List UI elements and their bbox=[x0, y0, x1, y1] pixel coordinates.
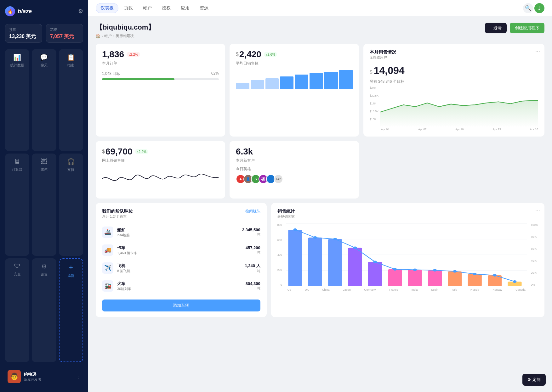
user-menu-icon[interactable]: ⋮ bbox=[76, 374, 81, 380]
fleet-plane-value: 1,240 人 吨 bbox=[245, 263, 260, 273]
svg-point-26 bbox=[473, 273, 477, 275]
nav-chat[interactable]: 💬 聊天 bbox=[32, 49, 56, 151]
tab-dashboard[interactable]: 仪表板 bbox=[96, 3, 118, 13]
sales-stats-subtitle: 最畅销国家 bbox=[277, 214, 538, 219]
fleet-train-info: 火车 36路列车 bbox=[117, 281, 242, 291]
svg-rect-13 bbox=[448, 272, 462, 287]
new-customers-label: 本月新客户 bbox=[236, 158, 353, 163]
customize-button[interactable]: ⚙ 定制 bbox=[522, 374, 546, 386]
add-vehicle-button[interactable]: 添加车辆 bbox=[102, 300, 260, 311]
y-label-5: $10K bbox=[370, 118, 379, 121]
heroes-label: 今日英雄 bbox=[236, 166, 353, 172]
bar-2 bbox=[251, 80, 264, 89]
fleet-truck-name: 卡车 bbox=[117, 245, 242, 251]
svg-point-20 bbox=[353, 247, 357, 249]
invite-button[interactable]: + 邀请 bbox=[485, 23, 507, 33]
nav-settings-label: 设置 bbox=[41, 272, 48, 277]
fleet-item-train: 🚂 火车 36路列车 804,300 吨 bbox=[102, 277, 260, 295]
page-title: 【biqubiqu.com】 bbox=[96, 23, 155, 32]
fleet-link[interactable]: 检阅舰队 bbox=[245, 209, 260, 214]
y-axis-right: 100% 80% 60% 40% 20% 0% bbox=[530, 223, 538, 286]
svg-rect-6 bbox=[308, 238, 322, 286]
nav-add[interactable]: + 添新 bbox=[59, 258, 83, 362]
sidebar-settings-icon[interactable]: ⚙ bbox=[78, 8, 83, 15]
nav-security-label: 安全 bbox=[14, 272, 21, 277]
fleet-truck-count: 1,460 辆卡车 bbox=[117, 251, 242, 255]
sales-stats-menu-icon[interactable]: ··· bbox=[535, 207, 540, 214]
nav-stats[interactable]: 📊 统计数据 bbox=[5, 49, 29, 151]
progress-bar bbox=[102, 78, 219, 80]
page-header: 【biqubiqu.com】 🏠 › 帐户 › 奥弗维耶夫 + 邀请 创建应用程… bbox=[96, 23, 544, 39]
total-sales-label: 网上总销售额 bbox=[102, 158, 219, 163]
fleet-card: 我们的船队吨位 总计 1,247 辆车 检阅舰队 🚢 船舶 234艘船 2,34… bbox=[96, 203, 267, 317]
breadcrumb-sub: 奥弗维耶夫 bbox=[116, 33, 134, 39]
breadcrumb-account: 帐户 bbox=[104, 33, 112, 39]
fleet-truck-value: 457,200 吨 bbox=[246, 245, 260, 255]
y-label-2: $20.5K bbox=[370, 94, 379, 97]
progress-target: 1,048 目标 bbox=[102, 71, 120, 76]
calc-icon: 🖩 bbox=[14, 158, 20, 165]
nav-grid: 📊 统计数据 💬 聊天 📋 指南 🖩 计算器 🖼 媒体 🎧 支持 🛡 安全 ⚙ bbox=[5, 49, 83, 362]
breadcrumb: 🏠 › 帐户 › 奥弗维耶夫 bbox=[96, 33, 155, 39]
media-icon: 🖼 bbox=[41, 158, 47, 165]
svg-rect-8 bbox=[348, 248, 362, 287]
nav-add-label: 添新 bbox=[67, 273, 74, 278]
logo-text: blaze bbox=[18, 8, 32, 15]
fleet-plane-count: 8 架飞机 bbox=[117, 269, 241, 273]
y-label-4: $13.5K bbox=[370, 110, 379, 113]
tab-apps[interactable]: 应用 bbox=[176, 3, 194, 13]
card-menu-icon[interactable]: ··· bbox=[535, 48, 540, 55]
x-label-5: Apr 16 bbox=[530, 128, 538, 131]
nav-security[interactable]: 🛡 安全 bbox=[5, 258, 29, 362]
fleet-title-section: 我们的船队吨位 总计 1,247 辆车 bbox=[102, 209, 133, 219]
orders-card: 1,836 ↓2.2% 本月订单 1,048 目标 62% bbox=[96, 44, 225, 137]
bar-4 bbox=[280, 76, 293, 89]
x-italy: Italy bbox=[452, 288, 457, 291]
nav-media[interactable]: 🖼 媒体 bbox=[32, 154, 56, 255]
main-area: 仪表板 页数 帐户 授权 应用 资源 🔍 J 【biqubiqu.com】 🏠 … bbox=[88, 0, 552, 392]
create-app-button[interactable]: 创建应用程序 bbox=[510, 23, 544, 33]
fleet-plane-info: 飞机 8 架飞机 bbox=[117, 263, 241, 273]
page-title-section: 【biqubiqu.com】 🏠 › 帐户 › 奥弗维耶夫 bbox=[96, 23, 155, 39]
x-norway: Norway bbox=[492, 288, 502, 291]
avg-sales-value: 2,420 bbox=[239, 49, 261, 59]
guide-icon: 📋 bbox=[67, 53, 75, 61]
fleet-plane-unit: 吨 bbox=[245, 269, 260, 273]
tab-auth[interactable]: 授权 bbox=[157, 3, 175, 13]
budget-value: 13,230 美元 bbox=[9, 33, 38, 39]
nav-support-label: 支持 bbox=[67, 167, 74, 172]
sidebar: 🔥 blaze ⚙ 预算 13,230 美元 花费 7,057 美元 📊 统计数… bbox=[0, 0, 88, 392]
svg-rect-11 bbox=[408, 270, 422, 287]
x-france: France bbox=[389, 288, 398, 291]
fleet-ship-count: 234艘船 bbox=[117, 233, 238, 238]
search-icon[interactable]: 🔍 bbox=[523, 3, 533, 13]
fleet-train-name: 火车 bbox=[117, 281, 242, 287]
budget-card: 预算 13,230 美元 bbox=[5, 24, 42, 43]
fleet-train-num: 804,300 bbox=[246, 281, 260, 286]
avatar: 👨 bbox=[8, 370, 21, 383]
monthly-sales-card: ··· 本月销售情况 全渠道用户 $ 14,094 另有 $48,346 至目标… bbox=[363, 44, 544, 137]
nav-guide[interactable]: 📋 指南 bbox=[59, 49, 83, 151]
total-sales-badge: ↑2.2% bbox=[135, 149, 149, 154]
user-name: 约翰逊 bbox=[24, 372, 72, 377]
truck-icon: 🚚 bbox=[102, 244, 113, 256]
orders-label: 本月订单 bbox=[102, 61, 219, 66]
avg-sales-card: $ 2,420 ↑2.6% 平均日销售额 bbox=[230, 44, 359, 137]
nav-guide-label: 指南 bbox=[67, 63, 74, 68]
sales-stats-card: ··· 销售统计 最畅销国家 800 600 400 200 0 bbox=[271, 203, 544, 317]
nav-settings[interactable]: ⚙ 设置 bbox=[32, 258, 56, 362]
tab-pages[interactable]: 页数 bbox=[120, 3, 137, 13]
tab-account[interactable]: 帐户 bbox=[139, 3, 156, 13]
bottom-row: 我们的船队吨位 总计 1,247 辆车 检阅舰队 🚢 船舶 234艘船 2,34… bbox=[96, 203, 544, 317]
nav-calc[interactable]: 🖩 计算器 bbox=[5, 154, 29, 255]
user-topnav-avatar[interactable]: J bbox=[534, 3, 544, 13]
tab-resources[interactable]: 资源 bbox=[195, 3, 213, 13]
nav-support[interactable]: 🎧 支持 bbox=[59, 154, 83, 255]
new-customers-card: 6.3k 本月新客户 今日英雄 A 👤 S 碾 👤 +42 bbox=[230, 141, 359, 199]
sales-line-chart bbox=[380, 86, 538, 127]
svg-point-24 bbox=[433, 269, 437, 272]
page-actions: + 邀请 创建应用程序 bbox=[485, 23, 544, 33]
monthly-sales-subtitle: 全渠道用户 bbox=[370, 55, 538, 60]
svg-point-28 bbox=[513, 280, 516, 283]
x-us: US bbox=[287, 288, 292, 291]
